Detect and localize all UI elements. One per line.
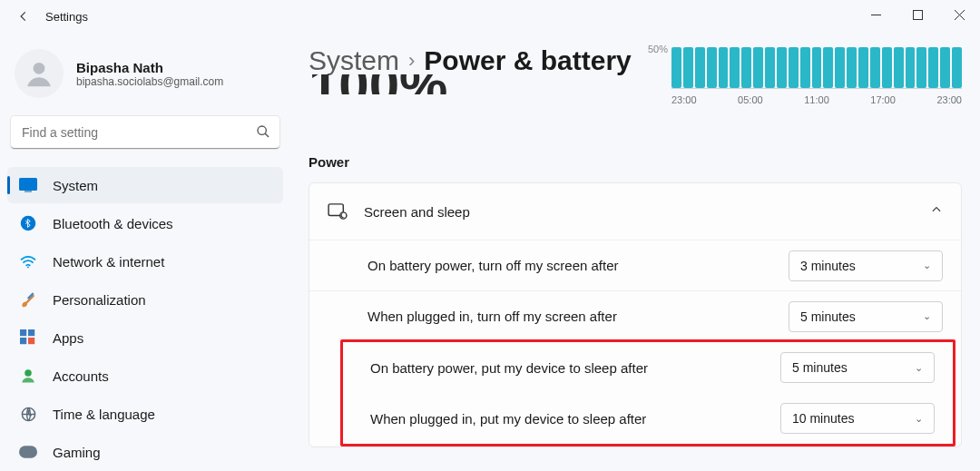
svg-rect-4	[19, 178, 37, 191]
sidebar-item-label: Apps	[53, 330, 83, 346]
dropdown-value: 5 minutes	[792, 360, 848, 375]
row-label: When plugged in, turn off my screen afte…	[368, 309, 789, 324]
section-title-power: Power	[309, 154, 962, 170]
highlight-box: On battery power, put my device to sleep…	[340, 339, 956, 446]
chart-bar	[847, 47, 857, 88]
profile-name: Bipasha Nath	[76, 60, 223, 75]
minimize-button[interactable]	[855, 0, 897, 29]
dropdown-value: 3 minutes	[800, 259, 856, 273]
sidebar-item-gaming[interactable]: Gaming	[7, 434, 283, 470]
chart-bar	[800, 47, 810, 88]
search-icon	[256, 124, 270, 142]
brush-icon	[18, 289, 38, 309]
profile-email: bipasha.sociolabs@gmail.com	[76, 75, 223, 88]
chart-bar	[940, 47, 950, 88]
close-button[interactable]	[938, 0, 980, 29]
svg-rect-0	[871, 15, 881, 15]
chart-bar	[741, 47, 751, 88]
sidebar-item-network[interactable]: Network & internet	[7, 243, 283, 280]
dropdown-value: 10 minutes	[792, 411, 854, 426]
chart-bar	[894, 47, 904, 88]
maximize-button[interactable]	[897, 0, 938, 29]
avatar	[15, 49, 64, 98]
screen-off-battery-row: On battery power, turn off my screen aft…	[309, 240, 961, 290]
chevron-down-icon: ⌄	[915, 413, 923, 425]
sleep-plugged-dropdown[interactable]: 10 minutes ⌄	[780, 403, 935, 434]
chart-bar	[777, 47, 787, 88]
accounts-icon	[18, 366, 38, 386]
chevron-up-icon	[930, 203, 943, 220]
svg-rect-15	[19, 446, 37, 457]
chart-tick: 23:00	[936, 94, 962, 105]
row-label: On battery power, put my device to sleep…	[370, 360, 780, 376]
back-button[interactable]	[9, 2, 38, 31]
sidebar-item-system[interactable]: System	[7, 167, 283, 203]
chart-bar	[695, 47, 705, 88]
chart-tick: 05:00	[738, 94, 763, 105]
chart-y-label: 50%	[648, 44, 668, 54]
chart-bar	[671, 47, 681, 88]
chart-bar	[719, 47, 729, 88]
chevron-right-icon: ›	[408, 49, 415, 73]
chart-bar	[683, 47, 693, 88]
dropdown-value: 5 minutes	[800, 309, 856, 324]
sleep-plugged-row: When plugged in, put my device to sleep …	[343, 393, 953, 444]
bluetooth-icon	[18, 213, 38, 233]
profile-block[interactable]: Bipasha Nath bipasha.sociolabs@gmail.com	[7, 40, 283, 116]
clock-globe-icon	[18, 404, 38, 424]
screen-sleep-header[interactable]: Screen and sleep	[309, 183, 961, 240]
svg-rect-11	[20, 338, 26, 344]
sidebar-item-bluetooth[interactable]: Bluetooth & devices	[7, 205, 283, 241]
chart-bar	[870, 47, 880, 88]
svg-rect-12	[28, 338, 34, 344]
chart-bar	[882, 47, 892, 88]
sidebar-item-personalization[interactable]: Personalization	[7, 281, 283, 318]
screen-sleep-card: Screen and sleep On battery power, turn …	[309, 182, 962, 447]
chart-bar	[812, 47, 822, 88]
svg-point-13	[24, 369, 32, 377]
svg-point-7	[27, 266, 29, 268]
screen-sleep-title: Screen and sleep	[364, 204, 930, 220]
screen-off-plugged-row: When plugged in, turn off my screen afte…	[309, 290, 961, 341]
battery-usage-chart[interactable]: 50% 23:0005:0011:0017:0023:00	[671, 45, 962, 105]
sidebar-item-time[interactable]: Time & language	[7, 396, 283, 432]
screen-sleep-icon	[328, 203, 348, 220]
svg-rect-5	[24, 191, 32, 192]
sidebar-item-label: Bluetooth & devices	[53, 216, 173, 231]
chart-tick: 23:00	[671, 94, 697, 105]
screen-off-plugged-dropdown[interactable]: 5 minutes ⌄	[789, 301, 943, 332]
chart-bar	[765, 47, 775, 88]
search-input[interactable]	[11, 116, 279, 149]
sleep-battery-row: On battery power, put my device to sleep…	[343, 342, 953, 393]
chart-bar	[789, 47, 799, 88]
svg-point-2	[34, 63, 45, 74]
sidebar-item-accounts[interactable]: Accounts	[7, 358, 283, 394]
chart-bar	[730, 47, 740, 88]
chart-bar	[952, 47, 962, 88]
svg-rect-1	[913, 10, 922, 19]
sidebar-item-label: Network & internet	[53, 254, 164, 270]
sidebar-item-label: Accounts	[53, 368, 109, 384]
window-title: Settings	[45, 10, 88, 24]
chart-bar	[858, 47, 868, 88]
chevron-down-icon: ⌄	[915, 362, 923, 374]
row-label: On battery power, turn off my screen aft…	[368, 258, 789, 273]
chart-tick: 11:00	[804, 94, 829, 105]
sleep-battery-dropdown[interactable]: 5 minutes ⌄	[780, 352, 935, 383]
chart-tick: 17:00	[870, 94, 896, 105]
chart-bar	[928, 47, 938, 88]
row-label: When plugged in, put my device to sleep …	[370, 411, 780, 427]
page-title: Power & battery	[424, 45, 631, 76]
sidebar-item-label: System	[53, 178, 98, 193]
svg-rect-10	[28, 329, 34, 336]
wifi-icon	[18, 251, 38, 271]
svg-rect-9	[20, 329, 26, 336]
breadcrumb-parent[interactable]: System	[309, 45, 399, 76]
svg-point-3	[258, 126, 266, 134]
chart-bar	[906, 47, 916, 88]
sidebar-item-label: Time & language	[53, 407, 155, 422]
sidebar-item-label: Gaming	[53, 445, 101, 460]
sidebar-item-apps[interactable]: Apps	[7, 319, 283, 356]
screen-off-battery-dropdown[interactable]: 3 minutes ⌄	[789, 250, 943, 281]
system-icon	[18, 175, 38, 195]
